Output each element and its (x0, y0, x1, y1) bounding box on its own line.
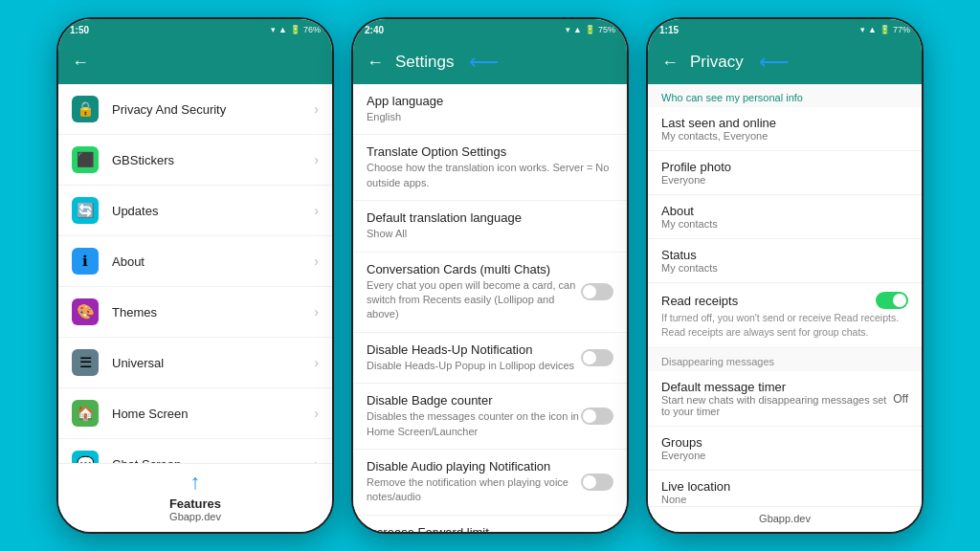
convcards-toggle[interactable] (581, 283, 613, 300)
privacy-section-label: Who can see my personal info (648, 84, 922, 107)
universal-icon: ☰ (72, 349, 99, 376)
battery-icon: 🔋 (290, 25, 301, 34)
defaultlang-sub: Show All (367, 227, 613, 241)
menu-item-about[interactable]: ℹ About › (58, 236, 332, 287)
phone1-status-bar: 1:50 ▾ ▲ 🔋 76% (58, 19, 332, 40)
privacy-icon: 🔒 (72, 96, 99, 122)
menu-item-gbstickers[interactable]: ⬛ GBStickers › (58, 135, 332, 186)
themes-icon: 🎨 (72, 298, 99, 325)
chevron-icon: › (314, 101, 319, 117)
phone3: 1:15 ▾ ▲ 🔋 77% ← Privacy ⟵ Who can see m… (646, 17, 924, 534)
signal-icon: ▲ (573, 25, 582, 34)
gbstickers-label: GBStickers (112, 153, 301, 167)
defaultlang-title: Default translation language (367, 210, 613, 225)
menu-item-updates[interactable]: 🔄 Updates › (58, 186, 332, 236)
headsup-toggle[interactable] (581, 349, 613, 366)
settings-item-conv-cards[interactable]: Conversation Cards (multi Chats) Every c… (353, 253, 627, 333)
liveloc-sub: None (661, 494, 908, 505)
phone2-status-bar: 2:40 ▾ ▲ 🔋 75% (353, 19, 627, 40)
phone3-status-icons: ▾ ▲ 🔋 77% (860, 25, 910, 34)
battery-icon: 🔋 (585, 25, 595, 34)
phone2-time: 2:40 (365, 25, 384, 35)
settings-item-audio[interactable]: Disable Audio playing Notification Remov… (353, 450, 627, 516)
footer-url: Gbapp.dev (58, 511, 332, 522)
back-arrow-icon[interactable]: ← (661, 53, 679, 73)
chevron-icon: › (314, 203, 319, 218)
convcards-title: Conversation Cards (multi Chats) (367, 262, 581, 276)
forward-title: Increase Forward limit (367, 525, 581, 532)
lastseen-title: Last seen and online (661, 116, 908, 130)
settings-title: Settings (395, 53, 454, 72)
menu-item-homescreen[interactable]: 🏠 Home Screen › (58, 388, 332, 439)
groups-title: Groups (661, 435, 908, 450)
phone1-app-bar: ← (58, 40, 332, 84)
privacy-item-receipts[interactable]: Read receipts If turned off, you won't s… (648, 283, 922, 348)
headsup-sub: Disable Heads-Up Popup in Lollipop devic… (367, 359, 581, 373)
settings-item-forward[interactable]: Increase Forward limit Forward messages … (353, 516, 627, 532)
lastseen-sub: My contacts, Everyone (661, 130, 908, 142)
menu-item-chatscreen[interactable]: 💬 Chat Screen › (58, 439, 332, 463)
phone1-menu-list: 🔒 Privacy And Security › ⬛ GBStickers › … (58, 84, 332, 463)
up-arrow-icon: ↑ (58, 470, 332, 495)
badge-toggle[interactable] (581, 408, 613, 425)
applang-sub: English (367, 110, 613, 124)
privacy-item-lastseen[interactable]: Last seen and online My contacts, Everyo… (648, 107, 922, 151)
audio-sub: Remove the notification when playing voi… (367, 475, 581, 505)
chevron-icon: › (314, 304, 319, 320)
badge-title: Disable Badge counter (367, 393, 581, 408)
timer-value: Off (893, 392, 908, 406)
back-arrow-icon[interactable]: ← (72, 53, 89, 73)
receipts-toggle[interactable] (876, 292, 908, 309)
settings-item-translate-opt[interactable]: Translate Option Settings Choose how the… (353, 135, 627, 201)
privacy-list: Who can see my personal info Last seen a… (648, 84, 922, 506)
phone1: 1:50 ▾ ▲ 🔋 76% ← 🔒 Privacy And Security … (56, 17, 334, 534)
phone2-app-bar: ← Settings ⟵ (353, 40, 627, 84)
privacy-item-groups[interactable]: Groups Everyone (648, 427, 922, 471)
phone3-status-bar: 1:15 ▾ ▲ 🔋 77% (648, 19, 922, 40)
gbstickers-icon: ⬛ (72, 146, 99, 173)
about-label: About (112, 254, 301, 269)
homescreen-icon: 🏠 (72, 400, 99, 427)
battery-icon: 🔋 (880, 25, 890, 34)
privacy-item-about[interactable]: About My contacts (648, 195, 922, 239)
chevron-icon: › (314, 406, 319, 421)
timer-title: Default message timer (661, 380, 893, 394)
privacy-item-status[interactable]: Status My contacts (648, 239, 922, 283)
settings-item-badge[interactable]: Disable Badge counter Disables the messa… (353, 384, 627, 450)
phone3-time: 1:15 (659, 25, 679, 35)
gbapp-url: Gbapp.dev (648, 513, 922, 524)
signal-icon: ▲ (278, 25, 287, 34)
phone3-footer: Gbapp.dev (648, 506, 922, 532)
applang-title: App language (367, 94, 613, 108)
chatscreen-icon: 💬 (72, 451, 99, 463)
battery-pct: 76% (303, 25, 321, 34)
phone1-status-icons: ▾ ▲ 🔋 76% (271, 25, 321, 34)
battery-pct: 77% (893, 25, 910, 34)
privacy-item-timer[interactable]: Default message timer Start new chats wi… (648, 371, 922, 427)
phone2-status-icons: ▾ ▲ 🔋 75% (566, 25, 615, 34)
menu-item-universal[interactable]: ☰ Universal › (58, 338, 332, 388)
audio-toggle[interactable] (581, 474, 613, 491)
updates-icon: 🔄 (72, 197, 99, 224)
timer-sub: Start new chats with disappearing messag… (661, 394, 893, 417)
receipts-desc: If turned off, you won't send or receive… (661, 311, 908, 339)
convcards-sub: Every chat you open will become a card, … (367, 278, 581, 322)
back-arrow-icon[interactable]: ← (367, 53, 384, 73)
badge-sub: Disables the messages counter on the ico… (367, 409, 581, 439)
privacy-item-photo[interactable]: Profile photo Everyone (648, 151, 922, 195)
photo-sub: Everyone (661, 174, 908, 186)
wifi-icon: ▾ (271, 25, 276, 34)
audio-title: Disable Audio playing Notification (367, 459, 581, 474)
chevron-icon: › (314, 355, 319, 370)
settings-item-default-lang[interactable]: Default translation language Show All (353, 201, 627, 252)
menu-item-privacy[interactable]: 🔒 Privacy And Security › (58, 84, 332, 135)
phone1-time: 1:50 (70, 25, 89, 35)
settings-item-headsup[interactable]: Disable Heads-Up Notification Disable He… (353, 333, 627, 384)
menu-item-themes[interactable]: 🎨 Themes › (58, 287, 332, 338)
disappearing-label: Disappearing messages (648, 348, 922, 371)
privacy-item-liveloc[interactable]: Live location None (648, 471, 922, 506)
privacy-title: Privacy (690, 53, 744, 72)
settings-item-applang[interactable]: App language English (353, 84, 627, 135)
headsup-title: Disable Heads-Up Notification (367, 342, 581, 357)
phone3-app-bar: ← Privacy ⟵ (648, 40, 922, 84)
